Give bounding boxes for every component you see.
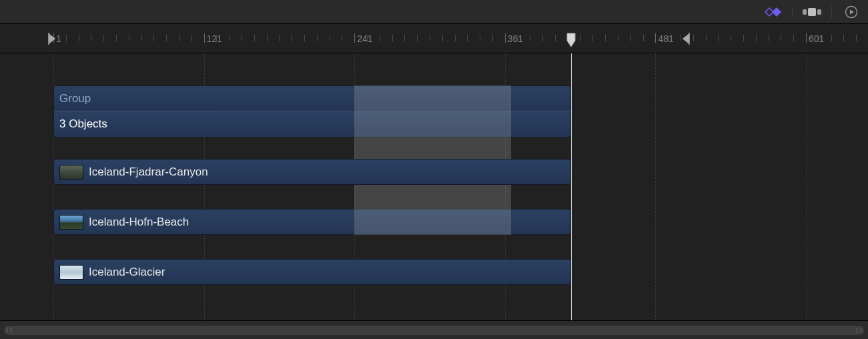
playhead-line — [571, 53, 572, 320]
ruler-tick-label: 601 — [809, 33, 824, 44]
ruler-minor-tick — [79, 35, 79, 41]
ruler-minor-tick — [216, 35, 217, 41]
ruler-minor-tick — [279, 35, 280, 41]
group-subtitle: 3 Objects — [59, 117, 107, 131]
ruler-minor-tick — [856, 35, 857, 41]
ruler-minor-tick — [392, 35, 393, 41]
ruler-minor-tick — [229, 35, 230, 41]
clip-label: Iceland-Glacier — [89, 266, 165, 279]
toolbar-separator — [831, 6, 832, 18]
ruler-minor-tick — [756, 35, 757, 41]
svg-rect-0 — [803, 9, 807, 15]
ruler-minor-tick — [430, 35, 430, 41]
ruler-minor-tick — [442, 35, 443, 41]
clip-thumbnail — [59, 165, 83, 180]
ruler-minor-tick — [843, 35, 844, 41]
timeline-ruler[interactable]: 1121241361481601 — [0, 24, 868, 53]
ruler-minor-tick — [129, 35, 129, 41]
ruler-minor-tick — [166, 35, 167, 41]
ruler-minor-tick — [455, 35, 456, 41]
ruler-minor-tick — [330, 35, 330, 41]
ruler-minor-tick — [103, 35, 104, 41]
thumbnail-mode-button[interactable] — [801, 1, 823, 23]
ruler-minor-tick — [618, 35, 618, 41]
ruler-minor-tick — [605, 35, 606, 41]
ruler-minor-tick — [530, 35, 530, 41]
svg-rect-2 — [817, 9, 821, 15]
ruler-minor-tick — [592, 35, 593, 41]
ruler-minor-tick — [242, 35, 242, 41]
ruler-minor-tick — [304, 35, 305, 41]
ruler-minor-tick — [706, 35, 707, 41]
playhead[interactable] — [566, 33, 576, 47]
timeline-clip[interactable]: Iceland-Hofn-Beach — [53, 209, 571, 235]
ruler-minor-tick — [769, 35, 769, 41]
ruler-minor-tick — [718, 35, 719, 41]
ruler-minor-tick — [643, 35, 644, 41]
group-title: Group — [59, 92, 91, 105]
group-clip-subheader[interactable]: 3 Objects — [53, 111, 571, 137]
ruler-tick-label: 361 — [508, 33, 523, 44]
mini-preview-button[interactable] — [840, 1, 863, 23]
ruler-minor-tick — [254, 35, 255, 41]
ruler-minor-tick — [267, 35, 268, 41]
play-range-end-marker[interactable] — [682, 33, 690, 47]
ruler-minor-tick — [179, 35, 179, 41]
ruler-minor-tick — [141, 35, 142, 41]
ruler-minor-tick — [116, 35, 117, 41]
ruler-minor-tick — [404, 35, 405, 41]
ruler-minor-tick — [819, 35, 819, 41]
timeline-clip[interactable]: Iceland-Glacier — [53, 259, 571, 285]
toolbar-separator — [792, 6, 793, 18]
ruler-minor-tick — [542, 35, 543, 41]
clip-label: Iceland-Hofn-Beach — [89, 216, 189, 229]
ruler-minor-tick — [693, 35, 694, 41]
timeline-toolbar — [0, 0, 868, 24]
ruler-minor-tick — [630, 35, 631, 41]
ruler-minor-tick — [417, 35, 418, 41]
ruler-major-tick — [505, 33, 506, 43]
ruler-minor-tick — [342, 35, 342, 41]
ruler-minor-tick — [555, 35, 556, 41]
clip-thumbnail — [59, 265, 83, 280]
play-range-start-marker[interactable] — [48, 33, 56, 47]
ruler-tick-label: 481 — [658, 33, 673, 44]
clip-label: Iceland-Fjadrar-Canyon — [89, 165, 208, 179]
group-clip-header[interactable]: Group — [53, 85, 571, 111]
ruler-minor-tick — [191, 35, 192, 41]
ruler-tick-label: 1 — [56, 33, 61, 44]
ruler-minor-tick — [793, 35, 794, 41]
timeline-clip[interactable]: Iceland-Fjadrar-Canyon — [53, 159, 571, 185]
ruler-minor-tick — [580, 35, 581, 41]
ruler-minor-tick — [518, 35, 518, 41]
ruler-minor-tick — [731, 35, 731, 41]
clip-thumbnail — [59, 215, 83, 230]
ruler-minor-tick — [292, 35, 292, 41]
ruler-minor-tick — [480, 35, 480, 41]
timeline-tracks-area: Group3 ObjectsIceland-Fjadrar-CanyonIcel… — [0, 53, 868, 320]
ruler-minor-tick — [66, 35, 67, 41]
ruler-minor-tick — [367, 35, 368, 41]
timeline-scroll-area — [0, 320, 868, 339]
ruler-minor-tick — [380, 35, 380, 41]
ruler-minor-tick — [492, 35, 493, 41]
timeline-horizontal-scrollbar[interactable] — [4, 325, 864, 336]
ruler-minor-tick — [743, 35, 744, 41]
scrollbar-thumb[interactable] — [4, 326, 864, 335]
svg-rect-1 — [808, 8, 816, 16]
ruler-minor-tick — [668, 35, 669, 41]
ruler-major-tick — [655, 33, 656, 43]
ruler-minor-tick — [781, 35, 781, 41]
ruler-minor-tick — [91, 35, 91, 41]
ruler-major-tick — [806, 33, 807, 43]
ruler-minor-tick — [317, 35, 318, 41]
ruler-minor-tick — [831, 35, 832, 41]
ruler-major-tick — [354, 33, 355, 43]
ruler-major-tick — [204, 33, 205, 43]
ruler-tick-label: 121 — [207, 33, 222, 44]
ruler-minor-tick — [153, 35, 154, 41]
ruler-minor-tick — [467, 35, 468, 41]
keyframe-editor-button[interactable] — [761, 1, 784, 23]
ruler-tick-label: 241 — [357, 33, 372, 44]
